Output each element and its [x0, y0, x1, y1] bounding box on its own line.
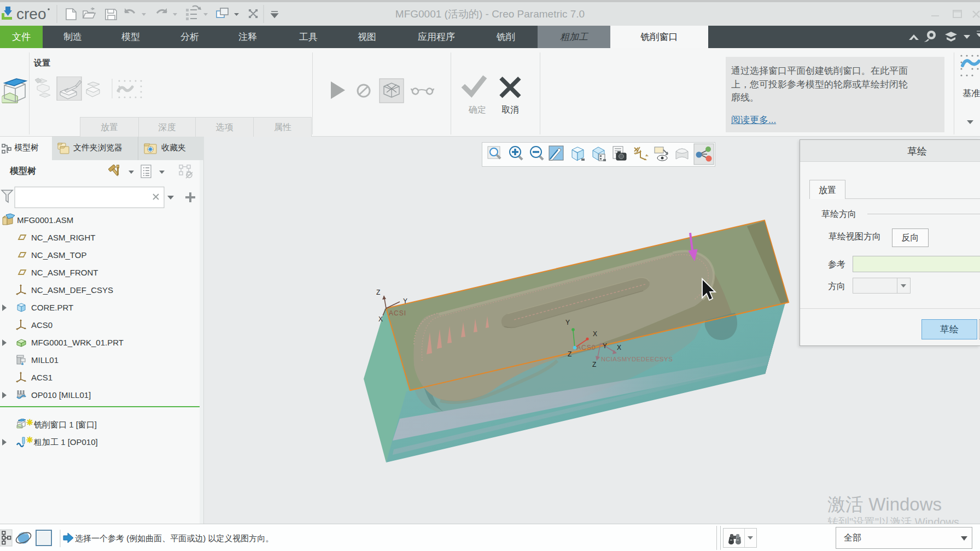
svg-text:Z: Z: [592, 361, 596, 368]
svg-text:X: X: [593, 330, 597, 338]
svg-text:ACS0: ACS0: [576, 344, 596, 351]
svg-text:NCIASMYDEDEECSYS: NCIASMYDEDEECSYS: [601, 356, 673, 362]
svg-text:X: X: [378, 315, 383, 323]
svg-text:取消: 取消: [501, 105, 519, 114]
svg-text:X: X: [617, 344, 621, 351]
svg-text:Y: Y: [603, 342, 607, 350]
svg-text:Y: Y: [403, 297, 407, 305]
svg-text:基准: 基准: [962, 89, 980, 98]
svg-text:Y: Y: [565, 319, 570, 326]
svg-text:确定: 确定: [468, 105, 486, 114]
svg-text:ACSI: ACSI: [389, 309, 406, 317]
svg-text:Z: Z: [568, 350, 571, 358]
svg-text:Z: Z: [376, 289, 380, 296]
